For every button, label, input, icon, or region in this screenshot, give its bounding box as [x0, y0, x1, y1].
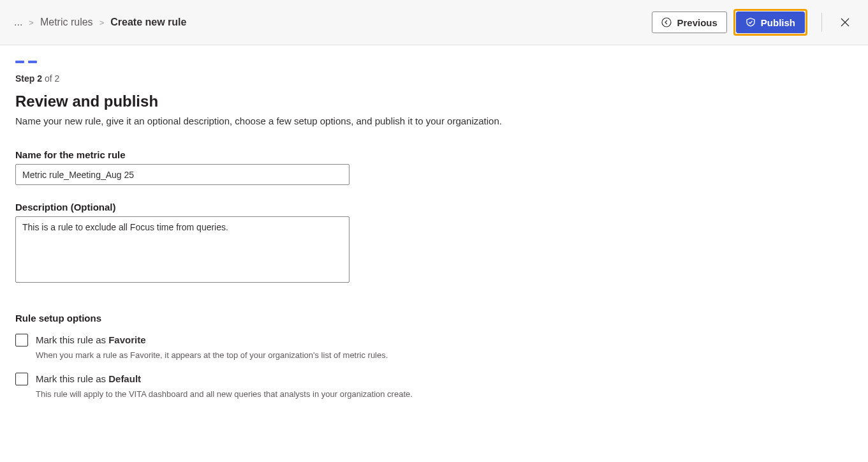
publish-icon	[746, 17, 756, 27]
breadcrumb: ... > Metric rules > Create new rule	[14, 17, 186, 28]
divider	[821, 13, 822, 32]
step-dash-2	[28, 61, 37, 63]
publish-button-label: Publish	[761, 17, 795, 28]
default-option-description: This rule will apply to the VITA dashboa…	[36, 389, 533, 399]
default-checkbox[interactable]	[15, 373, 28, 385]
default-option-row: Mark this rule as Default	[15, 373, 533, 385]
close-icon	[839, 17, 851, 28]
main-content: Step 2 of 2 Review and publish Name your…	[0, 45, 548, 427]
favorite-label-bold: Favorite	[108, 334, 145, 345]
chevron-right-icon: >	[29, 18, 34, 27]
rule-description-input[interactable]: This is a rule to exclude all Focus time…	[15, 216, 349, 283]
step-indicator	[15, 61, 533, 63]
page-title: Review and publish	[15, 93, 533, 110]
page-header: ... > Metric rules > Create new rule Pre…	[0, 0, 868, 45]
publish-button[interactable]: Publish	[736, 11, 805, 33]
favorite-checkbox[interactable]	[15, 334, 28, 346]
rule-setup-options-label: Rule setup options	[15, 313, 533, 324]
favorite-label-prefix: Mark this rule as	[36, 334, 108, 345]
breadcrumb-parent[interactable]: Metric rules	[40, 17, 93, 28]
step-current: Step 2	[15, 73, 42, 84]
previous-button[interactable]: Previous	[652, 11, 726, 33]
favorite-checkbox-label[interactable]: Mark this rule as Favorite	[36, 334, 146, 346]
breadcrumb-current: Create new rule	[110, 17, 186, 28]
close-button[interactable]	[836, 13, 854, 31]
previous-icon	[661, 17, 672, 27]
breadcrumb-ellipsis[interactable]: ...	[14, 17, 22, 28]
rule-name-input[interactable]	[15, 164, 349, 185]
step-dash-1	[15, 61, 24, 63]
svg-point-0	[662, 18, 671, 27]
page-description: Name your new rule, give it an optional …	[15, 116, 533, 126]
description-field-label: Description (Optional)	[15, 202, 533, 212]
chevron-right-icon: >	[99, 18, 105, 27]
name-field-label: Name for the metric rule	[15, 149, 533, 160]
publish-highlight: Publish	[733, 9, 807, 36]
default-label-prefix: Mark this rule as	[36, 373, 108, 384]
default-label-bold: Default	[108, 373, 141, 384]
default-checkbox-label[interactable]: Mark this rule as Default	[36, 373, 141, 385]
favorite-option-row: Mark this rule as Favorite	[15, 334, 533, 346]
step-suffix: of 2	[45, 73, 59, 84]
header-actions: Previous Publish	[652, 9, 854, 36]
favorite-option-description: When you mark a rule as Favorite, it app…	[36, 350, 533, 360]
previous-button-label: Previous	[677, 17, 717, 28]
step-label: Step 2 of 2	[15, 73, 533, 84]
